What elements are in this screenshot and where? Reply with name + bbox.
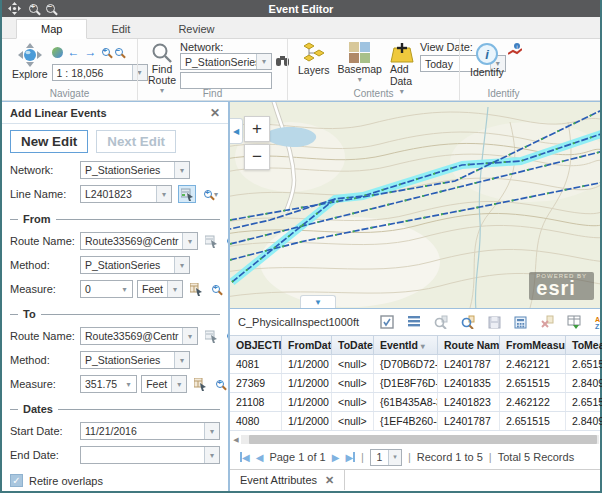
map-view[interactable]: + − ◀ ▼ POWERED BY esri: [230, 102, 600, 308]
ribbon-network-combobox[interactable]: P_StationSeries ▾: [180, 53, 272, 70]
table-row[interactable]: 4080 1/1/2000 <null> {1EF4B260-F0 L24017…: [230, 412, 600, 431]
zoom-to-from-route-icon[interactable]: +: [227, 237, 228, 245]
from-unit-combobox[interactable]: Feet ▾: [137, 280, 183, 298]
retire-overlaps-checkbox[interactable]: ✓ Retire overlaps: [10, 474, 220, 487]
from-route-name-combobox[interactable]: Route33569@Centr ▾: [80, 232, 198, 250]
table-toolbar: C_PhysicalInspect1000ft AZ: [230, 309, 600, 335]
column-header[interactable]: ToMea: [566, 336, 602, 354]
tab-map[interactable]: Map: [16, 19, 87, 39]
chevron-down-icon[interactable]: ▾: [117, 281, 132, 297]
to-measure-input[interactable]: 351.75 ▾: [80, 375, 137, 393]
zoom-to-line-icon[interactable]: +: [204, 190, 212, 198]
last-page-icon[interactable]: ▶: [345, 452, 355, 463]
column-header[interactable]: ToDate: [332, 336, 374, 354]
ribbon-zoom-out-icon[interactable]: −: [115, 48, 123, 56]
show-all-records-icon[interactable]: [407, 314, 421, 331]
to-method-combobox[interactable]: P_StationSeries ▾: [80, 351, 190, 369]
chevron-down-icon[interactable]: ▾: [214, 190, 218, 199]
zoom-out-icon[interactable]: −: [46, 4, 55, 13]
chevron-down-icon[interactable]: ▾: [121, 376, 136, 392]
chevron-down-icon[interactable]: ▾: [204, 447, 219, 463]
map-zoom-in-button[interactable]: +: [244, 116, 270, 142]
to-unit-combobox[interactable]: Feet ▾: [141, 375, 187, 393]
field-calculator-icon[interactable]: [514, 314, 527, 331]
pan-to-selection-icon[interactable]: [461, 314, 475, 331]
select-from-measure-on-map-icon[interactable]: [189, 280, 204, 298]
end-date-label: End Date:: [10, 449, 80, 461]
new-edit-button[interactable]: New Edit: [10, 130, 88, 153]
next-page-icon[interactable]: ▶: [332, 452, 340, 463]
select-to-route-on-map-icon[interactable]: [204, 327, 219, 345]
find-route-input[interactable]: [180, 72, 272, 89]
zoom-to-from-measure-icon[interactable]: +: [212, 285, 220, 293]
line-name-combobox[interactable]: L2401823 ▾: [80, 185, 172, 203]
network-combobox[interactable]: P_StationSeries ▾: [80, 161, 190, 179]
layers-icon: [302, 42, 326, 64]
select-from-route-on-map-icon[interactable]: [204, 232, 219, 250]
tab-review[interactable]: Review: [154, 20, 238, 38]
delete-selected-icon[interactable]: [540, 314, 554, 331]
sort-icon[interactable]: AZ: [594, 314, 602, 331]
switch-selection-icon[interactable]: [380, 314, 394, 331]
sort-indicator-icon[interactable]: ▾: [421, 342, 425, 351]
column-header[interactable]: OBJECTID: [230, 336, 282, 354]
explore-button[interactable]: Explore: [8, 41, 52, 88]
next-extent-icon[interactable]: →: [85, 47, 97, 57]
titlebar: + − Event Editor: [2, 0, 600, 17]
collapse-table-arrow[interactable]: ▼: [300, 295, 336, 308]
identify-button[interactable]: i Identify: [466, 41, 508, 88]
full-extent-icon[interactable]: [52, 47, 63, 58]
from-measure-input[interactable]: 0 ▾: [80, 280, 133, 298]
to-route-name-combobox[interactable]: Route33569@Centr ▾: [80, 327, 198, 345]
table-row[interactable]: 21108 1/1/2000 <null> {61B435A8-32 L2401…: [230, 393, 600, 412]
chevron-down-icon[interactable]: ▾: [174, 162, 189, 178]
chevron-down-icon[interactable]: ▾: [388, 450, 401, 465]
page-select-combobox[interactable]: 1 ▾: [370, 449, 402, 466]
column-header[interactable]: Route Name: [438, 336, 500, 354]
identify-route-icon[interactable]: i: [508, 43, 522, 57]
chevron-down-icon[interactable]: ▾: [182, 328, 197, 344]
chevron-down-icon[interactable]: ▾: [204, 423, 219, 439]
next-edit-button[interactable]: Next Edit: [96, 130, 176, 153]
zoom-to-to-route-icon[interactable]: +: [227, 332, 228, 340]
table-row[interactable]: 4081 1/1/2000 <null> {D70B6D72-3 L240178…: [230, 355, 600, 374]
chevron-down-icon[interactable]: ▾: [174, 257, 189, 273]
ribbon-zoom-in-icon[interactable]: +: [102, 48, 110, 56]
pan-icon[interactable]: [8, 2, 21, 15]
chevron-down-icon[interactable]: ▾: [174, 352, 189, 368]
previous-page-icon[interactable]: ◀: [256, 452, 264, 463]
save-icon[interactable]: [488, 314, 501, 331]
chevron-down-icon[interactable]: ▾: [256, 54, 271, 69]
zoom-to-selection-icon[interactable]: [434, 314, 448, 331]
select-line-on-map-icon[interactable]: [178, 185, 196, 203]
select-to-measure-on-map-icon[interactable]: [193, 375, 208, 393]
chevron-down-icon: ▾: [358, 75, 362, 84]
horizontal-scrollbar[interactable]: ◀: [230, 434, 600, 445]
tab-event-attributes[interactable]: Event Attributes ✕: [230, 470, 345, 490]
table-row[interactable]: 27369 1/1/2000 <null> {D1E8F76D-F L24018…: [230, 374, 600, 393]
scroll-left-icon[interactable]: ◀: [231, 436, 241, 444]
scale-combobox[interactable]: 1 : 18,056 ▾: [52, 64, 148, 81]
from-route-name-label: Route Name:: [10, 235, 80, 247]
group-find: Find Route ▾ Network: P_StationSeries ▾: [137, 39, 287, 100]
previous-extent-icon[interactable]: ←: [68, 47, 80, 57]
collapse-panel-arrow[interactable]: ◀: [230, 118, 243, 144]
column-header[interactable]: FromMeasure: [500, 336, 566, 354]
tab-edit[interactable]: Edit: [87, 20, 154, 38]
export-table-icon[interactable]: [567, 314, 581, 331]
chevron-down-icon[interactable]: ▾: [167, 281, 182, 297]
close-tab-icon[interactable]: ✕: [325, 474, 334, 487]
end-date-picker[interactable]: ▾: [80, 446, 220, 464]
chevron-down-icon[interactable]: ▾: [182, 233, 197, 249]
zoom-to-to-measure-icon[interactable]: +: [216, 380, 224, 388]
column-header-sorted[interactable]: EventId ▾: [374, 336, 438, 354]
scrollbar-thumb[interactable]: [249, 435, 597, 444]
start-date-picker[interactable]: 11/21/2016 ▾: [80, 422, 220, 440]
first-page-icon[interactable]: ◀: [240, 452, 250, 463]
column-header[interactable]: FromDate: [282, 336, 332, 354]
zoom-in-icon[interactable]: +: [29, 4, 38, 13]
map-zoom-out-button[interactable]: −: [244, 144, 270, 170]
chevron-down-icon[interactable]: ▾: [156, 186, 171, 202]
from-method-combobox[interactable]: P_StationSeries ▾: [80, 256, 190, 274]
chevron-down-icon[interactable]: ▾: [171, 376, 186, 392]
